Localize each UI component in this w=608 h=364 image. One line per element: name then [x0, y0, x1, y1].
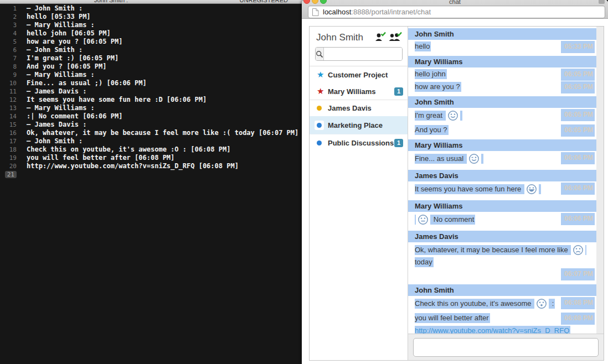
editor-line-text: :| No comment [06:06 PM] — [27, 112, 122, 121]
line-number: 3 — [0, 21, 17, 29]
contact-name: Customer Project — [328, 71, 403, 79]
address-bar[interactable]: localhost:8888/portal/intranet/chat — [308, 6, 605, 18]
smiley-smile-icon — [446, 109, 460, 122]
editor-line-text: Fine... as usual ;) [06:06 PM] — [27, 79, 147, 87]
message-row: And you ? 06:05 PM — [408, 123, 596, 136]
message-row: you will feel better after 06:08 PM — [408, 311, 596, 324]
message-timestamp: 06:05 PM — [561, 109, 595, 121]
message-row: hello john 06:05 PM — [408, 67, 596, 80]
line-number: 14 — [0, 112, 17, 121]
editor-line-text: And you ? [06:05 PM] — [27, 63, 107, 71]
message-sender-name: John Smith — [408, 28, 596, 40]
contact-name: Mary Williams — [328, 87, 394, 96]
message-text: how are you ? — [415, 82, 461, 92]
message-sender-name: Mary Williams — [408, 56, 596, 67]
editor-line: 7I'm great :) [06:05 PM] — [0, 54, 303, 63]
message-timestamp: 05:33 PM — [561, 41, 595, 53]
message-row: Check this on youtube, it's awesome : 06… — [408, 296, 596, 311]
message-row: how are you ? 06:05 PM — [408, 80, 596, 93]
unread-badge: 1 — [394, 87, 403, 96]
message-list: John Smithhello 05:33 PMMary Williamshel… — [408, 28, 596, 350]
message-group: James DavisIt seems you have some fun he… — [408, 170, 596, 197]
editor-registration-label: UNREGISTERED — [240, 0, 288, 4]
editor-line: 19you will feel better after [06:08 PM] — [0, 154, 303, 162]
message-row: No comment 06:06 PM — [408, 212, 596, 227]
page-icon — [312, 8, 319, 17]
chat-application: John Smith — [309, 26, 604, 361]
editor-line-text: – John Smith : — [27, 4, 83, 13]
message-text: you will feel better after — [415, 313, 490, 323]
line-number: 1 — [0, 4, 17, 13]
selected-dot-box — [315, 121, 324, 130]
editor-line-text: you will feel better after [06:08 PM] — [27, 154, 174, 162]
editor-line-text: hello john [06:05 PM] — [27, 29, 111, 38]
smiley-sad-icon — [571, 243, 585, 257]
message-scrollbar-track[interactable] — [596, 27, 604, 334]
search-icon — [316, 48, 324, 60]
editor-line-text: – James Davis : — [27, 87, 86, 96]
message-sender-name: Mary Williams — [408, 200, 596, 212]
status-dot-icon — [317, 106, 322, 111]
search-input[interactable] — [324, 48, 403, 60]
line-number: 19 — [0, 154, 17, 162]
url-text: localhost:8888/portal/intranet/chat — [323, 8, 431, 16]
line-number: 6 — [0, 46, 17, 54]
editor-line: 13– Mary Williams : — [0, 104, 303, 112]
message-sender-name: John Smith — [408, 284, 596, 296]
line-number: 2 — [0, 13, 17, 21]
message-timestamp: 06:06 PM — [561, 183, 595, 195]
message-row: I'm great 06:05 PM — [408, 108, 596, 123]
chat-sidebar: John Smith — [310, 27, 408, 360]
message-timestamp: 06:05 PM — [561, 81, 595, 93]
editor-line: 14:| No comment [06:06 PM] — [0, 112, 303, 121]
editor-line: 17– John Smith : — [0, 137, 303, 145]
editor-line-text: – Mary Williams : — [27, 71, 95, 79]
message-compose-area — [408, 334, 604, 360]
editor-line: 20http://www.youtube.com/watch?v=sniZs_D… — [0, 162, 303, 170]
editor-line: 10Fine... as usual ;) [06:06 PM] — [0, 79, 303, 87]
smiley-neutral-icon — [416, 213, 430, 226]
message-group: Mary WilliamsFine... as usual 06:06 PM — [408, 139, 596, 167]
message-text: Ok, whatever, it may be because I feel m… — [415, 245, 586, 267]
browser-chrome: chat localhost:8888/portal/intranet/chat — [302, 0, 608, 19]
message-input[interactable] — [413, 338, 599, 357]
editor-line-text: It seems you have some fun here :D [06:0… — [27, 96, 207, 104]
editor-text-area[interactable]: 1– John Smith :2hello [05:33 PM]3– Mary … — [0, 4, 303, 364]
line-number: 4 — [0, 29, 17, 38]
editor-titlebar[interactable]: John Smith : UNREGISTERED — [0, 0, 303, 4]
line-number: 8 — [0, 63, 17, 71]
line-number: 13 — [0, 104, 17, 112]
editor-line: 2hello [05:33 PM] — [0, 13, 303, 21]
message-sender-name: John Smith — [408, 96, 596, 108]
contact-item[interactable]: Marketing Place — [310, 116, 408, 134]
contact-item[interactable]: ★Customer Project — [310, 66, 408, 83]
group-status-online-icon[interactable] — [389, 32, 402, 44]
message-timestamp: 06:08 PM — [561, 313, 595, 325]
line-number: 5 — [0, 38, 17, 46]
message-sender-name: James Davis — [408, 231, 596, 242]
editor-line-text: – Mary Williams : — [27, 104, 95, 112]
editor-line-text: http://www.youtube.com/watch?v=sniZs_D_R… — [27, 162, 239, 170]
user-status-online-icon[interactable] — [375, 32, 386, 44]
contact-item[interactable]: Public Discussions1 — [310, 134, 408, 151]
message-row: hello 05:33 PM — [408, 40, 596, 53]
chat-sidebar-header: John Smith — [310, 27, 408, 44]
browser-chrome-widget-icon[interactable] — [599, 0, 605, 4]
editor-line: 21 — [0, 170, 303, 179]
editor-line-text: hello [05:33 PM] — [27, 13, 91, 21]
editor-line-text: – Mary Williams : — [27, 21, 95, 29]
contact-item[interactable]: ★Mary Williams1 — [310, 83, 408, 100]
text-editor-window: John Smith : UNREGISTERED 1– John Smith … — [0, 0, 303, 364]
star-icon: ★ — [317, 87, 324, 96]
line-number: 10 — [0, 79, 17, 87]
message-text: hello john — [415, 69, 447, 79]
message-timestamp: 06:05 PM — [561, 124, 595, 137]
line-number: 21 — [0, 170, 17, 179]
message-sender-name: Mary Williams — [408, 139, 596, 151]
message-timestamp: 06:06 PM — [561, 213, 595, 225]
contact-item[interactable]: James Davis — [310, 100, 408, 116]
browser-viewport: John Smith — [302, 19, 608, 364]
editor-line: 11– James Davis : — [0, 87, 303, 96]
line-number: 16 — [0, 129, 17, 137]
line-number: 12 — [0, 96, 17, 104]
